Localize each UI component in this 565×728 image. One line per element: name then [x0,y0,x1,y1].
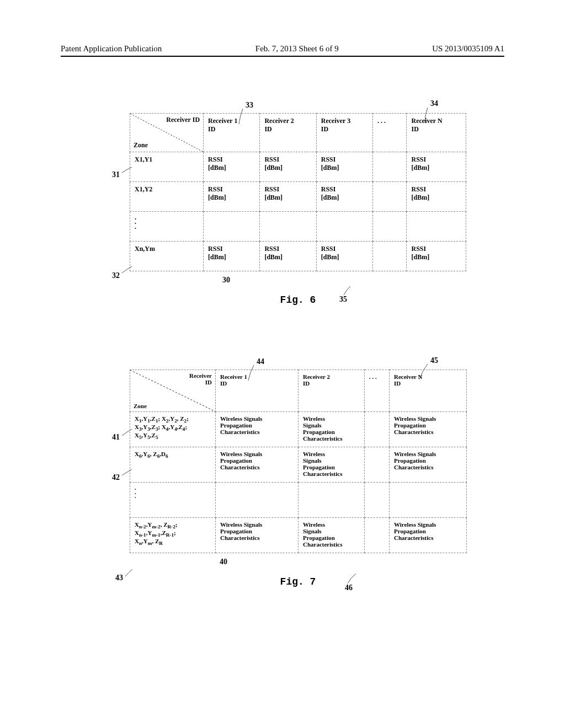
header-right: US 2013/0035109 A1 [432,44,504,53]
figure-6: 33 34 31 32 35 Receiver ID Zone Receiver… [130,113,466,306]
table-row: Xn,Ym RSSI[dBm] RSSI[dBm] RSSI[dBm] RSSI… [130,242,466,271]
fig7-col3: . . . [365,370,390,412]
figure-7: 44 45 41 42 43 46 ReceiverID Zone Receiv… [130,370,466,587]
callout-41: 41 [112,433,120,442]
rssi-cell: RSSI[dBm] [204,152,260,182]
vdots-cell: ... [130,483,216,518]
empty-cell [260,212,316,242]
prop-cell: Wireless SignalsPropagationCharacteristi… [390,412,467,447]
rssi-cell: RSSI[dBm] [204,182,260,212]
rssi-cell: RSSI[dBm] [316,182,372,212]
rssi-cell: RSSI[dBm] [316,242,372,271]
diag-top-label: Receiver ID [166,116,200,124]
zone-cell: X1,Y1,Z1; X2,Y2, Z2;X3,Y3,Z3; X4,Y4,Z4;X… [130,412,216,447]
header-row: Patent Application Publication Feb. 7, 2… [61,44,504,57]
diag-bottom-label: Zone [134,141,148,149]
fig6-table: Receiver ID Zone Receiver 1ID Receiver 2… [130,113,466,271]
rssi-cell: RSSI[dBm] [407,152,466,182]
empty-cell [407,212,466,242]
page-header: Patent Application Publication Feb. 7, 2… [0,44,565,57]
prop-cell [365,412,390,447]
prop-cell [365,447,390,483]
prop-cell: Wireless SignalsPropagationCharacteristi… [216,412,299,447]
callout-44: 44 [257,357,264,366]
empty-cell [390,483,467,518]
prop-cell: Wireless SignalsPropagationCharacteristi… [216,518,299,553]
zone-cell: X6,Y6, Z6,D6 [130,447,216,483]
rssi-cell [373,182,407,212]
rssi-cell: RSSI[dBm] [407,242,466,271]
callout-43: 43 [115,574,123,582]
prop-cell: Wireless SignalsPropagationCharacteristi… [390,447,467,483]
callout-34: 34 [430,99,438,108]
rssi-cell [373,242,407,271]
vdots-cell: ... [130,212,204,242]
zone-cell: Xn,Ym [130,242,204,271]
callout-32: 32 [112,271,120,280]
fig7-col2: Receiver 2ID [299,370,365,412]
table-row: X6,Y6, Z6,D6 Wireless SignalsPropagation… [130,447,467,483]
diag-top-label: ReceiverID [189,372,212,386]
fig7-caption: Fig. 7 [130,576,466,587]
fig6-caption: Fig. 6 [130,295,466,306]
callout-42: 42 [112,473,120,482]
empty-cell [365,483,390,518]
fig7-col4: Receiver NID [390,370,467,412]
fig6-header-diag: Receiver ID Zone [130,114,204,152]
callout-31: 31 [112,170,120,179]
empty-cell [316,212,372,242]
empty-cell [216,483,299,518]
rssi-cell [373,152,407,182]
empty-cell [299,483,365,518]
prop-cell: WirelessSignalsPropagationCharacteristic… [299,518,365,553]
fig6-col5: Receiver NID [407,114,466,152]
table-row: ... [130,212,466,242]
fig7-header-row: ReceiverID Zone Receiver 1ID Receiver 2I… [130,370,467,412]
prop-cell: Wireless SignalsPropagationCharacteristi… [390,518,467,553]
fig6-col4: . . . [373,114,407,152]
prop-cell: Wireless SignalsPropagationCharacteristi… [216,447,299,483]
header-left: Patent Application Publication [61,44,162,53]
callout-46: 46 [345,584,353,592]
rssi-cell: RSSI[dBm] [204,242,260,271]
prop-cell: WirelessSignalsPropagationCharacteristic… [299,412,365,447]
callout-40: 40 [0,558,466,566]
table-row: X1,Y1 RSSI[dBm] RSSI[dBm] RSSI[dBm] RSSI… [130,152,466,182]
empty-cell [373,212,407,242]
zone-cell: X1,Y2 [130,182,204,212]
rssi-cell: RSSI[dBm] [316,152,372,182]
rssi-cell: RSSI[dBm] [407,182,466,212]
callout-45: 45 [430,356,438,365]
table-row: X1,Y1,Z1; X2,Y2, Z2;X3,Y3,Z3; X4,Y4,Z4;X… [130,412,467,447]
fig7-col1: Receiver 1ID [216,370,299,412]
diag-bottom-label: Zone [134,403,147,409]
rssi-cell: RSSI[dBm] [260,242,316,271]
table-row: ... [130,483,467,518]
callout-35: 35 [339,295,347,304]
rssi-cell: RSSI[dBm] [260,152,316,182]
table-row: X1,Y2 RSSI[dBm] RSSI[dBm] RSSI[dBm] RSSI… [130,182,466,212]
fig7-table: ReceiverID Zone Receiver 1ID Receiver 2I… [130,370,467,553]
callout-30: 30 [0,276,466,285]
fig7-header-diag: ReceiverID Zone [130,370,216,412]
table-row: Xn-2,Ym-2, ZR-2;Xn-1,Ym-1,ZR-1;Xn,Ym, ZR… [130,518,467,553]
fig6-col1: Receiver 1ID [204,114,260,152]
fig6-col3: Receiver 3ID [316,114,372,152]
fig6-col2: Receiver 2ID [260,114,316,152]
rssi-cell: RSSI[dBm] [260,182,316,212]
empty-cell [204,212,260,242]
zone-cell: Xn-2,Ym-2, ZR-2;Xn-1,Ym-1,ZR-1;Xn,Ym, ZR [130,518,216,553]
fig6-header-row: Receiver ID Zone Receiver 1ID Receiver 2… [130,114,466,152]
callout-33: 33 [246,101,253,110]
header-center: Feb. 7, 2013 Sheet 6 of 9 [255,44,339,53]
zone-cell: X1,Y1 [130,152,204,182]
prop-cell [365,518,390,553]
prop-cell: WirelessSignalsPropagationCharacteristic… [299,447,365,483]
